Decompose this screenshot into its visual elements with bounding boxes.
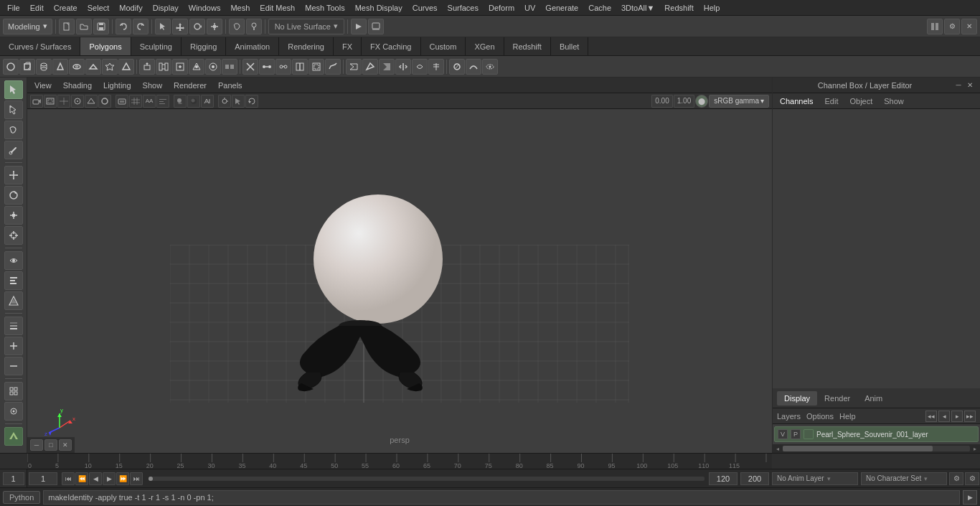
menu-create[interactable]: Create [50, 2, 82, 14]
vp-manip-button[interactable] [218, 95, 231, 108]
menu-edit-mesh[interactable]: Edit Mesh [255, 2, 299, 14]
vp-aa-button[interactable]: AA [143, 95, 156, 108]
open-file-button[interactable] [76, 19, 92, 34]
symmetrize-button[interactable] [428, 59, 444, 75]
anim-tab[interactable]: Anim [857, 391, 890, 406]
move-tool-button[interactable] [172, 19, 188, 34]
prism-tool-button[interactable] [118, 59, 134, 75]
universal-lt-button[interactable] [4, 226, 23, 245]
layout-button[interactable] [927, 19, 943, 34]
insert-edge-loop-button[interactable] [292, 59, 308, 75]
mel-icon-button[interactable]: ▶ [963, 490, 977, 505]
menu-3dto[interactable]: 3DtoAll▼ [617, 2, 659, 14]
bridge-button[interactable] [156, 59, 171, 75]
render-button[interactable] [351, 19, 367, 34]
undo-button[interactable] [116, 19, 131, 34]
tab-bullet[interactable]: Bullet [551, 37, 589, 55]
play-back-button[interactable]: ◀ [89, 472, 102, 485]
menu-generate[interactable]: Generate [541, 2, 583, 14]
close-panel-button[interactable]: ✕ [961, 19, 977, 34]
snap-lt-button[interactable] [4, 291, 23, 310]
cone-tool-button[interactable] [52, 59, 68, 75]
collapse-button[interactable] [379, 59, 395, 75]
layer-arrow-right1-button[interactable]: ▸ [951, 411, 963, 422]
menu-curves[interactable]: Curves [408, 2, 442, 14]
menu-edit[interactable]: Edit [26, 2, 48, 14]
poke-button[interactable] [346, 59, 362, 75]
show-tab[interactable]: Show [881, 95, 907, 107]
vp-color-space-dropdown[interactable]: sRGB gamma ▾ [709, 95, 769, 108]
play-button[interactable]: ▶ [103, 472, 116, 485]
transform-constraint-button[interactable] [4, 402, 23, 421]
vp-shadow-button[interactable] [174, 95, 187, 108]
vp-antialias-button[interactable] [201, 95, 214, 108]
layer-vis-lt-button[interactable] [4, 317, 23, 335]
layer-arrow-right2-button[interactable]: ▸▸ [964, 411, 976, 422]
menu-mesh[interactable]: Mesh [226, 2, 254, 14]
lasso-button[interactable] [229, 19, 245, 34]
append-button[interactable] [172, 59, 188, 75]
anim-settings-button[interactable]: ⚙ [949, 472, 963, 485]
tab-fx[interactable]: FX [334, 37, 362, 55]
plane-tool-button[interactable] [85, 59, 101, 75]
menu-windows[interactable]: Windows [184, 2, 225, 14]
crease-button[interactable] [466, 59, 481, 75]
move-lt-button[interactable] [4, 166, 23, 184]
tab-polygons[interactable]: Polygons [80, 37, 131, 55]
plus-lt-button[interactable] [4, 337, 23, 355]
vp-display-type-button[interactable] [116, 95, 128, 108]
vp-color-profile-button[interactable]: ⬤ [695, 95, 708, 108]
workspace-dropdown[interactable]: Modeling ▾ [3, 19, 52, 34]
merge-button[interactable] [189, 59, 204, 75]
render-tab[interactable]: Render [817, 391, 857, 406]
layer-arrow-left2-button[interactable]: ◂ [938, 411, 950, 422]
layer-color-button[interactable] [804, 429, 814, 439]
menu-mesh-tools[interactable]: Mesh Tools [301, 2, 349, 14]
rotate-tool-button[interactable] [189, 19, 205, 34]
step-back-button[interactable]: ⏪ [75, 472, 88, 485]
vp-menu-lighting[interactable]: Lighting [100, 80, 134, 91]
scale-lt-button[interactable] [4, 206, 23, 225]
options-menu[interactable]: Options [806, 412, 834, 421]
paint-smooth-button[interactable] [449, 59, 465, 75]
offset-edge-button[interactable] [308, 59, 324, 75]
menu-mesh-display[interactable]: Mesh Display [351, 2, 407, 14]
menu-redshift[interactable]: Redshift [660, 2, 697, 14]
maya-logo-button[interactable] [4, 427, 23, 446]
menu-cache[interactable]: Cache [584, 2, 616, 14]
layers-menu[interactable]: Layers [777, 412, 801, 421]
playback-end-input[interactable]: 200 [740, 472, 769, 485]
scroll-track[interactable] [783, 446, 970, 451]
new-file-button[interactable] [59, 19, 75, 34]
disk-tool-button[interactable] [102, 59, 118, 75]
cube-tool-button[interactable] [19, 59, 35, 75]
tab-curves-surfaces[interactable]: Curves / Surfaces [0, 37, 80, 55]
flip-button[interactable] [395, 59, 411, 75]
maximize-viewport-button[interactable]: □ [44, 439, 57, 451]
vp-loop-button[interactable] [245, 95, 258, 108]
vp-menu-panels[interactable]: Panels [215, 80, 245, 91]
frame-end-input[interactable]: 120 [709, 472, 738, 485]
vp-film-gate-button[interactable] [44, 95, 57, 108]
menu-deform[interactable]: Deform [484, 2, 519, 14]
vp-grid-button[interactable] [129, 95, 142, 108]
step-forward-button[interactable]: ⏩ [116, 472, 129, 485]
rotate-lt-button[interactable] [4, 186, 23, 205]
minus-lt-button[interactable] [4, 357, 23, 375]
vp-smooth-button[interactable] [98, 95, 111, 108]
soft-select-button[interactable] [482, 59, 498, 75]
menu-modify[interactable]: Modify [115, 2, 146, 14]
vp-resolution-gate-button[interactable] [57, 95, 70, 108]
target-weld-button[interactable] [275, 59, 291, 75]
timeline-range-bar[interactable] [146, 469, 707, 487]
bevel-button[interactable] [325, 59, 341, 75]
menu-uv[interactable]: UV [520, 2, 540, 14]
tab-rendering[interactable]: Rendering [279, 37, 334, 55]
tab-redshift[interactable]: Redshift [504, 37, 551, 55]
skip-to-end-button[interactable]: ⏭ [130, 472, 143, 485]
start-frame-input[interactable]: 1 [3, 472, 24, 485]
frame-start-input[interactable]: 1 [29, 472, 57, 485]
tab-animation[interactable]: Animation [226, 37, 279, 55]
display-tab[interactable]: Display [777, 391, 817, 406]
paint-sel-button[interactable] [4, 141, 23, 159]
